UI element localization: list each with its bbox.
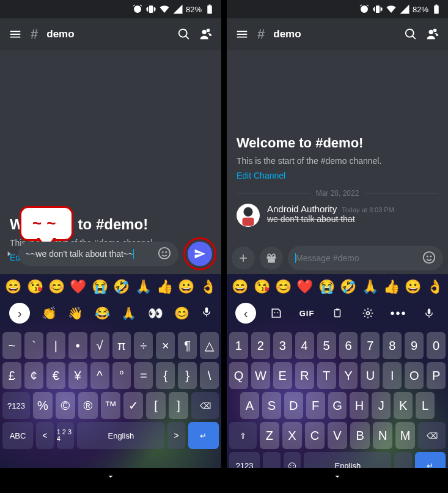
key[interactable]: A xyxy=(240,392,259,419)
key[interactable]: 4 xyxy=(295,332,314,359)
key[interactable]: V xyxy=(328,422,347,449)
emoji[interactable]: 😀 xyxy=(405,279,421,295)
key[interactable]: √ xyxy=(90,332,109,359)
keyboard[interactable]: 😄 😘 😊 ❤️ 😭 🤣 🙏 👍 😀 👌 › 👏 👋 😂 🙏 👀 😊 ~ ` xyxy=(0,274,221,483)
emoji[interactable]: 🙏 xyxy=(135,279,152,295)
emoji[interactable]: 😊 xyxy=(174,306,189,321)
key[interactable]: W xyxy=(251,362,270,389)
emoji[interactable]: 🤣 xyxy=(340,279,356,295)
emoji[interactable]: 🤣 xyxy=(113,279,130,295)
key[interactable]: { xyxy=(156,362,175,389)
menu-icon[interactable] xyxy=(235,28,249,41)
gear-icon[interactable] xyxy=(358,303,378,324)
key[interactable]: ° xyxy=(112,362,131,389)
backspace-key[interactable]: ⌫ xyxy=(418,422,446,449)
gif-icon[interactable]: GIF xyxy=(296,303,317,324)
message-input[interactable]: ~~we don't talk about that~~ xyxy=(18,242,178,266)
key[interactable]: H xyxy=(350,392,369,419)
chevron-down-icon[interactable] xyxy=(332,472,342,481)
clipboard-icon[interactable] xyxy=(327,303,348,324)
emoji[interactable]: 😭 xyxy=(92,279,108,295)
emoji[interactable]: 😊 xyxy=(275,279,292,295)
more-icon[interactable]: ••• xyxy=(388,303,409,324)
key[interactable]: ~ xyxy=(2,332,21,359)
enter-key[interactable]: ↵ xyxy=(188,422,219,449)
message-author[interactable]: Android Authority xyxy=(267,204,337,214)
emoji[interactable]: ❤️ xyxy=(296,279,313,295)
mic-icon[interactable] xyxy=(201,306,212,321)
members-icon[interactable] xyxy=(199,28,213,41)
key[interactable]: ¢ xyxy=(24,362,43,389)
key-abc[interactable]: ABC xyxy=(2,422,33,449)
key[interactable]: % xyxy=(33,392,53,419)
key[interactable]: ® xyxy=(78,392,98,419)
add-attachment-button[interactable] xyxy=(232,247,255,270)
chevron-right-icon[interactable] xyxy=(5,248,13,259)
key[interactable]: Q xyxy=(229,362,248,389)
key[interactable]: } xyxy=(178,362,197,389)
key[interactable]: × xyxy=(156,332,175,359)
key-greater[interactable]: > xyxy=(167,422,185,449)
key[interactable]: △ xyxy=(200,332,219,359)
chevron-left-icon[interactable]: ‹ xyxy=(235,303,256,324)
key[interactable]: I xyxy=(383,362,402,389)
key[interactable]: π xyxy=(112,332,131,359)
key-mode[interactable]: ?123 xyxy=(2,392,30,419)
emoji[interactable]: 😭 xyxy=(318,279,335,295)
key[interactable]: ™ xyxy=(101,392,120,419)
key[interactable]: ^ xyxy=(90,362,109,389)
key[interactable]: 2 xyxy=(251,332,270,359)
key[interactable]: T xyxy=(317,362,336,389)
key[interactable]: F xyxy=(306,392,325,419)
key[interactable]: 1 xyxy=(229,332,248,359)
emoji[interactable]: 👀 xyxy=(148,306,163,321)
key[interactable]: 7 xyxy=(361,332,380,359)
emoji[interactable]: 🙏 xyxy=(362,279,378,295)
edit-channel-link[interactable]: Edit Channel xyxy=(237,171,438,180)
space-key[interactable]: English xyxy=(77,422,164,449)
emoji[interactable]: 😘 xyxy=(27,279,43,295)
key[interactable]: \ xyxy=(200,362,219,389)
key[interactable]: 8 xyxy=(383,332,402,359)
emoji[interactable]: 😄 xyxy=(5,279,21,295)
message-input[interactable]: Message #demo xyxy=(288,246,443,270)
key[interactable]: © xyxy=(56,392,75,419)
emoji-suggestion-row[interactable]: 😄 😘 😊 ❤️ 😭 🤣 🙏 👍 😀 👌 xyxy=(0,274,221,300)
emoji[interactable]: 👋 xyxy=(68,306,83,321)
key[interactable]: ] xyxy=(169,392,188,419)
send-button[interactable] xyxy=(188,242,212,266)
key[interactable]: P xyxy=(427,362,446,389)
key[interactable]: S xyxy=(262,392,281,419)
key[interactable]: C xyxy=(305,422,325,449)
key[interactable]: 9 xyxy=(405,332,424,359)
key[interactable]: 5 xyxy=(317,332,336,359)
key-less[interactable]: < xyxy=(36,422,54,449)
key[interactable]: [ xyxy=(146,392,166,419)
key[interactable]: ¥ xyxy=(68,362,87,389)
key[interactable]: K xyxy=(394,392,413,419)
key[interactable]: € xyxy=(46,362,65,389)
key[interactable]: O xyxy=(405,362,424,389)
gift-button[interactable] xyxy=(260,247,283,270)
key[interactable]: 6 xyxy=(339,332,358,359)
emoji[interactable]: 👌 xyxy=(427,279,443,295)
emoji[interactable]: 😊 xyxy=(48,279,65,295)
menu-icon[interactable] xyxy=(9,28,22,41)
key[interactable]: J xyxy=(372,392,391,419)
chevron-right-icon[interactable]: › xyxy=(9,303,30,324)
emoji[interactable]: 👍 xyxy=(156,279,173,295)
key[interactable]: ` xyxy=(24,332,43,359)
mic-icon[interactable] xyxy=(419,303,439,324)
key[interactable]: E xyxy=(273,362,292,389)
key[interactable]: Z xyxy=(260,422,279,449)
emoji-suggestion-row[interactable]: 😄 😘 😊 ❤️ 😭 🤣 🙏 👍 😀 👌 xyxy=(227,274,448,300)
key[interactable]: X xyxy=(282,422,302,449)
key[interactable]: = xyxy=(134,362,153,389)
key[interactable]: 3 xyxy=(273,332,292,359)
key[interactable]: M xyxy=(395,422,415,449)
emoji-picker-icon[interactable] xyxy=(158,247,171,262)
key[interactable]: ¶ xyxy=(178,332,197,359)
keyboard[interactable]: 😄 😘 😊 ❤️ 😭 🤣 🙏 👍 😀 👌 ‹ GIF ••• 1 2 3 xyxy=(227,274,448,483)
key[interactable]: R xyxy=(295,362,314,389)
key[interactable]: Y xyxy=(339,362,358,389)
